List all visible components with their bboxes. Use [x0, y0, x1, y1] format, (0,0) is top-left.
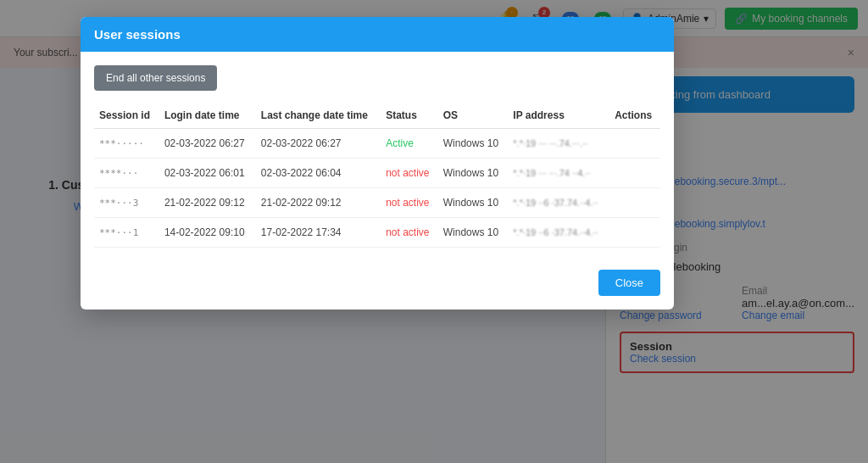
- cell-ip-2: *.*·19 ··6 ·37.74.··4.··: [508, 188, 609, 218]
- modal-footer: Close: [81, 261, 674, 310]
- modal-title: User sessions: [94, 27, 181, 42]
- cell-login-date-3: 14-02-2022 09:10: [159, 218, 256, 248]
- cell-actions-1: [609, 159, 660, 188]
- cell-last-change-1: 02-03-2022 06:04: [256, 159, 381, 188]
- cell-last-change-0: 02-03-2022 06:27: [256, 129, 381, 159]
- cell-status-0: Active: [381, 129, 438, 159]
- modal-header: User sessions: [81, 17, 674, 52]
- col-login-date: Login date time: [159, 103, 256, 129]
- cell-status-3: not active: [381, 218, 438, 248]
- cell-os-2: Windows 10: [438, 188, 509, 218]
- cell-actions-3: [609, 218, 660, 248]
- cell-ip-0: *.*·19 ··· ···.74.···.··: [508, 129, 609, 159]
- cell-last-change-3: 17-02-2022 17:34: [256, 218, 381, 248]
- col-os: OS: [438, 103, 509, 129]
- cell-login-date-2: 21-02-2022 09:12: [159, 188, 256, 218]
- modal-body: End all other sessions Session id Login …: [81, 52, 674, 261]
- cell-login-date-0: 02-03-2022 06:27: [159, 129, 256, 159]
- table-header-row: Session id Login date time Last change d…: [94, 103, 660, 129]
- cell-session-id-0: ***·····: [94, 129, 159, 159]
- cell-ip-1: *.*·19 ··· ···.74 ··4.··: [508, 159, 609, 188]
- table-row: ***···1 14-02-2022 09:10 17-02-2022 17:3…: [94, 218, 660, 248]
- cell-os-3: Windows 10: [438, 218, 509, 248]
- cell-actions-2: [609, 188, 660, 218]
- col-ip: IP address: [508, 103, 609, 129]
- cell-session-id-1: ****···: [94, 159, 159, 188]
- cell-status-2: not active: [381, 188, 438, 218]
- cell-actions-0: [609, 129, 660, 159]
- cell-session-id-2: ***···3: [94, 188, 159, 218]
- cell-os-0: Windows 10: [438, 129, 509, 159]
- cell-login-date-1: 02-03-2022 06:01: [159, 159, 256, 188]
- col-actions: Actions: [609, 103, 660, 129]
- table-row: ***····· 02-03-2022 06:27 02-03-2022 06:…: [94, 129, 660, 159]
- cell-ip-3: *.*·19 ··6 ·37.74.··4.··: [508, 218, 609, 248]
- user-sessions-modal: User sessions End all other sessions Ses…: [81, 17, 674, 310]
- modal-close-button[interactable]: Close: [598, 270, 660, 296]
- cell-session-id-3: ***···1: [94, 218, 159, 248]
- table-row: ****··· 02-03-2022 06:01 02-03-2022 06:0…: [94, 159, 660, 188]
- end-sessions-button[interactable]: End all other sessions: [94, 65, 217, 91]
- cell-status-1: not active: [381, 159, 438, 188]
- col-session-id: Session id: [94, 103, 159, 129]
- table-row: ***···3 21-02-2022 09:12 21-02-2022 09:1…: [94, 188, 660, 218]
- sessions-table: Session id Login date time Last change d…: [94, 103, 660, 248]
- cell-os-1: Windows 10: [438, 159, 509, 188]
- col-status: Status: [381, 103, 438, 129]
- sessions-table-body: ***····· 02-03-2022 06:27 02-03-2022 06:…: [94, 129, 660, 248]
- cell-last-change-2: 21-02-2022 09:12: [256, 188, 381, 218]
- col-last-change: Last change date time: [256, 103, 381, 129]
